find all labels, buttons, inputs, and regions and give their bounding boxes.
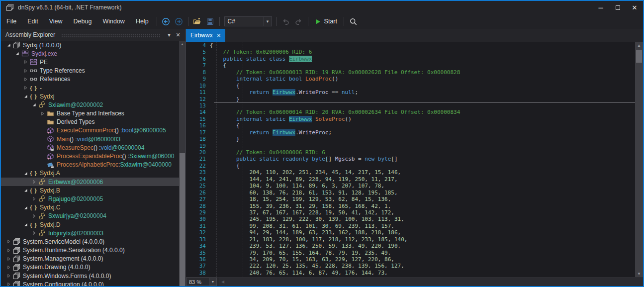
dropdown-arrow-icon[interactable]: ▾ bbox=[264, 17, 272, 26]
highlighted-definition[interactable]: Eirbwwx bbox=[289, 56, 312, 62]
redo-button[interactable] bbox=[292, 15, 305, 27]
menu-item-help[interactable]: Help bbox=[130, 14, 154, 29]
tree-row[interactable]: Eirbwwx @02000006 bbox=[1, 178, 179, 186]
save-button[interactable] bbox=[204, 15, 217, 27]
expander-icon[interactable] bbox=[5, 281, 12, 286]
expander-icon[interactable] bbox=[5, 272, 12, 280]
back-button[interactable] bbox=[160, 15, 173, 27]
tree-row[interactable]: Sxwuirjya @02000004 bbox=[1, 212, 179, 220]
expander-icon[interactable] bbox=[22, 76, 29, 83]
code-token: 163 bbox=[305, 256, 315, 263]
tree-row[interactable]: System.Windows.Forms (4.0.0.0) bbox=[1, 272, 179, 280]
tree-row[interactable]: Sydxj.exe bbox=[1, 49, 179, 58]
panel-menu-chevron-icon[interactable]: ▾ bbox=[165, 32, 174, 38]
expander-icon[interactable] bbox=[30, 229, 38, 237]
expander-icon[interactable] bbox=[13, 50, 21, 57]
scrollbar-thumb[interactable] bbox=[180, 153, 185, 286]
undo-button[interactable] bbox=[279, 15, 292, 27]
editor-horizontal-scrollbar[interactable]: ◀ bbox=[219, 278, 643, 286]
tree-row[interactable]: { }Sydxj.D bbox=[1, 220, 179, 229]
code-token: 104 bbox=[249, 183, 259, 189]
expander-icon[interactable] bbox=[22, 187, 29, 194]
expander-icon[interactable] bbox=[22, 170, 29, 177]
expander-icon[interactable] bbox=[22, 58, 29, 66]
scroll-down-icon[interactable]: ▼ bbox=[635, 270, 643, 277]
editor-vertical-scrollbar[interactable]: ▲ ▼ bbox=[635, 42, 643, 277]
tree-row[interactable]: ProcessAlphabeticProc : Sxiawim @0400000 bbox=[1, 161, 179, 169]
tree-row[interactable]: { }Sydxj.C bbox=[1, 203, 179, 212]
code-editor[interactable]: 4{5 // Token: 0x02000006 RID: 66 public … bbox=[186, 42, 643, 277]
expander-icon[interactable] bbox=[5, 247, 12, 254]
forward-button[interactable] bbox=[173, 15, 185, 27]
scroll-up-icon[interactable]: ▲ bbox=[179, 41, 185, 47]
expander-icon[interactable] bbox=[22, 93, 29, 100]
expander-icon[interactable] bbox=[30, 101, 38, 108]
tree-row[interactable]: ExecuteCommonProc() : bool @06000005 bbox=[1, 126, 179, 135]
tab-close-icon[interactable]: ✕ bbox=[217, 33, 221, 38]
expander-icon[interactable] bbox=[5, 238, 12, 245]
code-token: 49 bbox=[358, 243, 365, 249]
tree-row[interactable]: Sxiawim @02000002 bbox=[1, 100, 179, 109]
panel-close-icon[interactable]: ✕ bbox=[174, 32, 183, 38]
open-file-button[interactable] bbox=[191, 15, 204, 27]
tree-row[interactable]: Base Type and Interfaces bbox=[1, 109, 179, 118]
start-button[interactable]: Start bbox=[311, 15, 341, 27]
tree-row[interactable]: Type References bbox=[1, 67, 179, 75]
expander-icon[interactable] bbox=[39, 110, 46, 117]
highlighted-reference[interactable]: Eirbwwx bbox=[273, 129, 295, 136]
tree-row[interactable]: System.Management (4.0.0.0) bbox=[1, 255, 179, 263]
tree-row[interactable]: References bbox=[1, 75, 179, 84]
scroll-up-icon[interactable]: ▲ bbox=[635, 42, 643, 49]
tree-row[interactable]: Rgajugo @02000005 bbox=[1, 194, 179, 203]
expander-icon[interactable] bbox=[30, 212, 38, 220]
menu-item-edit[interactable]: Edit bbox=[22, 14, 44, 29]
tree-row[interactable]: System.Drawing (4.0.0.0) bbox=[1, 263, 179, 272]
maximize-button[interactable] bbox=[609, 1, 626, 14]
expander-icon[interactable] bbox=[5, 255, 12, 263]
tree-row[interactable]: Main() : void @06000003 bbox=[1, 135, 179, 143]
tree-row[interactable]: System.Runtime.Serialization (4.0.0.0) bbox=[1, 246, 179, 255]
expander-icon[interactable] bbox=[22, 204, 29, 211]
tree-row[interactable]: PE bbox=[1, 58, 179, 66]
search-button[interactable] bbox=[347, 15, 360, 27]
tree-row[interactable]: { }Sydxj.A bbox=[1, 169, 179, 178]
highlighted-reference[interactable]: Eirbwwx bbox=[289, 116, 312, 122]
code-token: , bbox=[289, 176, 295, 183]
close-button[interactable]: ✕ bbox=[626, 1, 643, 14]
expander-icon[interactable] bbox=[5, 264, 12, 271]
expander-icon[interactable] bbox=[30, 178, 38, 186]
tree-row[interactable]: { }Sydxj bbox=[1, 92, 179, 100]
tree-row[interactable]: System.Configuration (4.0.0.0) bbox=[1, 280, 179, 286]
code-token: 6 bbox=[322, 183, 325, 189]
expander-icon[interactable] bbox=[22, 221, 29, 228]
expander-icon[interactable] bbox=[30, 195, 38, 202]
tree-row[interactable]: Derived Types bbox=[1, 118, 179, 126]
minimize-button[interactable]: ─ bbox=[592, 1, 609, 14]
tree-row[interactable]: { }Sydxj.B bbox=[1, 186, 179, 194]
explorer-scrollbar[interactable]: ▲ bbox=[179, 41, 185, 286]
code-token: 186 bbox=[388, 229, 398, 236]
tree-row[interactable]: MeasureSpec() : void @06000004 bbox=[1, 143, 179, 152]
tree-row[interactable]: Sydxj (1.0.0.0) bbox=[1, 41, 179, 49]
tree-row[interactable]: ProcessExpandableProc() : Sxiawim @06000 bbox=[1, 152, 179, 160]
zoom-level-select[interactable]: 83 % ▾ bbox=[186, 278, 217, 286]
expander-icon[interactable] bbox=[22, 84, 29, 92]
expander-icon[interactable] bbox=[22, 67, 29, 75]
menu-item-window[interactable]: Window bbox=[97, 14, 130, 29]
dropdown-arrow-icon[interactable]: ▾ bbox=[209, 278, 216, 286]
highlighted-reference[interactable]: Eirbwwx bbox=[273, 89, 295, 96]
tree-row[interactable]: Iubjorytx @02000003 bbox=[1, 229, 179, 237]
tree-row[interactable]: System.ServiceModel (4.0.0.0) bbox=[1, 237, 179, 246]
menu-item-view[interactable]: View bbox=[44, 14, 68, 29]
tab-eirbwwx[interactable]: Eirbwwx ✕ bbox=[186, 29, 225, 42]
scrollbar-thumb[interactable] bbox=[636, 50, 642, 63]
assembly-explorer-header[interactable]: Assembly Explorer ▾ ✕ bbox=[1, 29, 185, 41]
tree-row[interactable]: { }- bbox=[1, 84, 179, 92]
menu-item-debug[interactable]: Debug bbox=[68, 14, 97, 29]
assembly-tree[interactable]: Sydxj (1.0.0.0)Sydxj.exePEType Reference… bbox=[1, 41, 179, 286]
language-select[interactable]: C# ▾ bbox=[224, 16, 272, 26]
scroll-left-icon[interactable]: ◀ bbox=[219, 280, 227, 284]
code-token: 227 bbox=[355, 276, 365, 277]
menu-item-file[interactable]: File bbox=[1, 14, 22, 29]
expander-icon[interactable] bbox=[5, 41, 12, 49]
